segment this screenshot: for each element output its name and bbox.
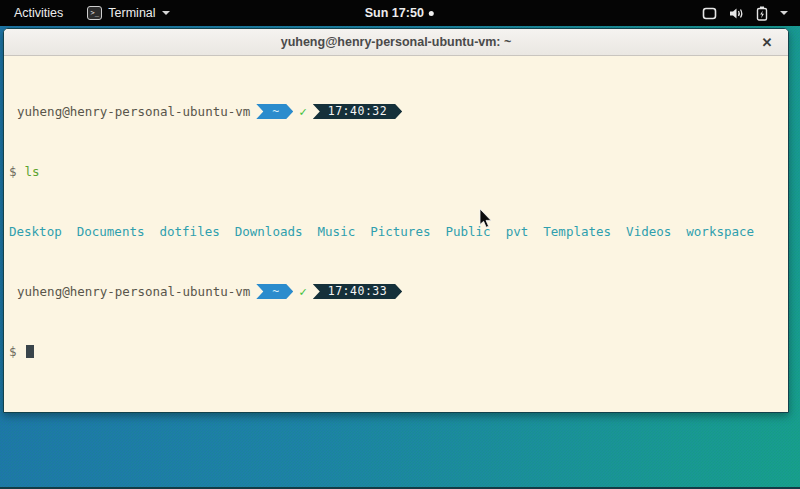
activities-button[interactable]: Activities	[0, 0, 77, 26]
display-icon	[702, 7, 717, 20]
terminal-cursor	[26, 345, 34, 358]
cwd-segment: ~	[256, 104, 293, 119]
prompt-symbol: $	[9, 344, 17, 359]
terminal-app-icon: >_	[87, 6, 102, 20]
terminal-screen[interactable]: yuheng@henry-personal-ubuntu-vm ~ ✓ 17:4…	[4, 56, 788, 412]
typed-command: ls	[25, 164, 40, 179]
chevron-down-icon	[162, 11, 170, 15]
close-icon[interactable]: ✕	[756, 29, 778, 56]
app-menu-label: Terminal	[108, 6, 155, 20]
prompt-line-1: yuheng@henry-personal-ubuntu-vm ~ ✓ 17:4…	[9, 104, 786, 119]
gnome-top-bar: Activities >_ Terminal Sun 17:50	[0, 0, 800, 26]
cwd-segment: ~	[256, 284, 293, 299]
ls-output-line: Desktop Documents dotfiles Downloads Mus…	[9, 224, 786, 239]
volume-icon	[729, 7, 744, 20]
status-check-icon: ✓	[299, 104, 307, 119]
notification-dot	[429, 11, 434, 16]
window-title: yuheng@henry-personal-ubuntu-vm: ~	[281, 35, 512, 49]
command-line-1: $ ls	[9, 164, 786, 179]
time-segment: 17:40:32	[313, 104, 402, 119]
chevron-down-icon	[780, 11, 788, 15]
activities-label: Activities	[14, 6, 63, 20]
window-titlebar[interactable]: yuheng@henry-personal-ubuntu-vm: ~ ✕	[4, 29, 788, 56]
system-status-area[interactable]	[690, 0, 800, 26]
status-check-icon: ✓	[299, 284, 307, 299]
time-segment: 17:40:33	[313, 284, 402, 299]
prompt-symbol: $	[9, 164, 17, 179]
prompt-user-host: yuheng@henry-personal-ubuntu-vm	[9, 284, 250, 299]
terminal-window: yuheng@henry-personal-ubuntu-vm: ~ ✕ yuh…	[3, 28, 789, 413]
prompt-user-host: yuheng@henry-personal-ubuntu-vm	[9, 104, 250, 119]
app-menu-terminal[interactable]: >_ Terminal	[77, 0, 179, 26]
clock-label: Sun 17:50	[365, 6, 424, 20]
prompt-line-2: yuheng@henry-personal-ubuntu-vm ~ ✓ 17:4…	[9, 284, 786, 299]
clock-button[interactable]: Sun 17:50	[365, 0, 434, 26]
battery-charging-icon	[756, 6, 768, 21]
command-line-2: $	[9, 344, 786, 359]
